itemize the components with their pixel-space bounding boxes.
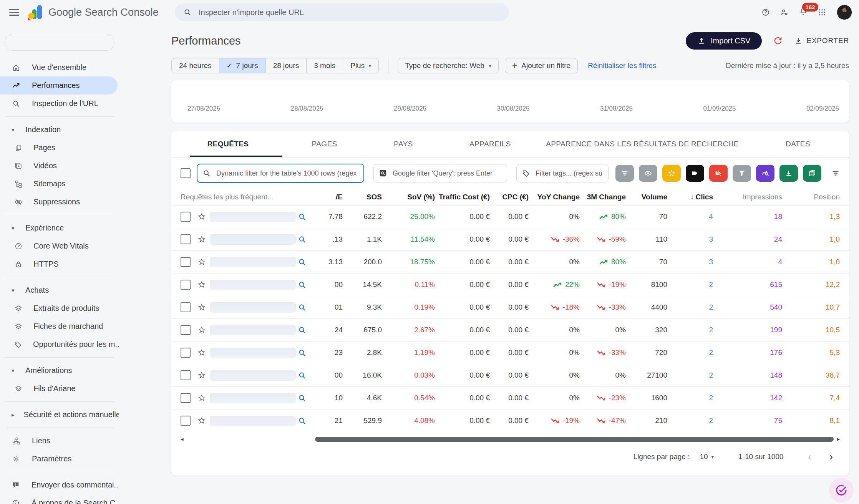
analytics-search-button[interactable] bbox=[756, 165, 774, 182]
inspect-query-icon[interactable] bbox=[298, 280, 307, 289]
favorite-star-icon[interactable] bbox=[194, 280, 210, 289]
table-export-button[interactable] bbox=[803, 165, 821, 182]
column-header-cpc[interactable]: CPC (€) bbox=[490, 193, 529, 201]
column-filter-button[interactable] bbox=[615, 165, 634, 182]
column-header-sos[interactable]: SOS bbox=[343, 193, 382, 201]
sidebar-item-inspection-de-l-url[interactable]: Inspection de l'URL bbox=[0, 94, 119, 113]
scroll-right-icon[interactable]: ▸ bbox=[837, 436, 840, 443]
sidebar-item-parametres[interactable]: Paramètres bbox=[0, 450, 119, 468]
next-page-button[interactable]: › bbox=[829, 451, 833, 463]
sidebar-item-liens[interactable]: Liens bbox=[0, 432, 119, 450]
search-type-chip[interactable]: Type de recherche: Web ▾ bbox=[398, 58, 499, 73]
column-header-tc[interactable]: Traffic Cost (€) bbox=[435, 193, 490, 201]
favorite-star-icon[interactable] bbox=[194, 371, 210, 380]
rows-per-page-select[interactable]: 10 ▾ bbox=[700, 453, 714, 461]
tab-pages[interactable]: PAGES bbox=[285, 131, 364, 157]
dynamic-filter-input[interactable] bbox=[216, 169, 358, 178]
tab-dates[interactable]: DATES bbox=[747, 131, 849, 157]
row-checkbox[interactable] bbox=[181, 393, 191, 403]
range-chip-24-heures[interactable]: 24 heures bbox=[171, 58, 219, 73]
column-header-e[interactable]: /E bbox=[313, 193, 343, 201]
user-settings-icon[interactable] bbox=[780, 8, 789, 17]
sidebar-item-sitemaps[interactable]: Sitemaps bbox=[0, 175, 119, 193]
sidebar-item-https[interactable]: HTTPS bbox=[0, 255, 119, 273]
inspect-query-icon[interactable] bbox=[298, 326, 307, 335]
column-header-volume[interactable]: Volume bbox=[626, 193, 667, 201]
favorite-star-icon[interactable] bbox=[194, 258, 210, 266]
row-checkbox[interactable] bbox=[181, 370, 191, 380]
visibility-button[interactable] bbox=[639, 165, 657, 182]
column-header-sov[interactable]: SoV (%) bbox=[382, 193, 435, 201]
google-filter-input[interactable] bbox=[392, 169, 502, 178]
tab-pays[interactable]: PAYS bbox=[364, 131, 443, 157]
url-inspect-input[interactable] bbox=[198, 8, 505, 17]
favorites-button[interactable] bbox=[662, 165, 681, 182]
tab-apparence-dans-les-resultats-de-recherche[interactable]: APPARENCE DANS LES RÉSULTATS DE RECHERCH… bbox=[538, 131, 747, 157]
inspect-query-icon[interactable] bbox=[298, 416, 307, 425]
funnel-filter-button[interactable] bbox=[733, 165, 751, 182]
refresh-icon[interactable] bbox=[773, 35, 783, 46]
sidebar-item-envoyer-des-commentai[interactable]: Envoyer des commentai... bbox=[0, 476, 119, 494]
sidebar-search-input[interactable] bbox=[5, 34, 114, 51]
export-button[interactable]: EXPORTER bbox=[794, 36, 849, 45]
untag-button[interactable] bbox=[709, 165, 728, 182]
sidebar-item-videos[interactable]: Vidéos bbox=[0, 157, 119, 175]
add-filter-chip[interactable]: + Ajouter un filtre bbox=[505, 58, 578, 73]
inspect-query-icon[interactable] bbox=[298, 235, 307, 244]
inspect-query-icon[interactable] bbox=[298, 348, 307, 357]
column-header-impressions[interactable]: Impressions bbox=[713, 193, 782, 201]
app-logo[interactable]: Google Search Console bbox=[28, 4, 159, 20]
sidebar-item-extraits-de-produits[interactable]: Extraits de produits bbox=[0, 299, 119, 317]
favorite-star-icon[interactable] bbox=[194, 348, 210, 357]
row-checkbox[interactable] bbox=[181, 212, 191, 222]
sidebar-item-a-propos-de-la-search-c[interactable]: À propos de la Search C... bbox=[0, 494, 119, 504]
row-checkbox[interactable] bbox=[181, 416, 191, 426]
column-header-yoy[interactable]: YoY Change bbox=[529, 193, 580, 201]
help-icon[interactable] bbox=[761, 8, 770, 17]
prev-page-button[interactable]: ‹ bbox=[808, 451, 811, 463]
inspect-query-icon[interactable] bbox=[298, 212, 307, 221]
notifications-button[interactable]: 162 bbox=[799, 7, 808, 17]
sidebar-item-fiches-de-marchand[interactable]: Fiches de marchand bbox=[0, 317, 119, 335]
sidebar-item-fils-d-ariane[interactable]: Fils d'Ariane bbox=[0, 380, 119, 398]
tab-requetes[interactable]: REQUÊTES bbox=[171, 131, 285, 157]
sidebar-section-achats[interactable]: ▾Achats bbox=[0, 281, 119, 299]
inspect-query-icon[interactable] bbox=[298, 371, 307, 380]
range-chip-plus[interactable]: Plus▾ bbox=[343, 58, 379, 73]
sidebar-section-experience[interactable]: ▾Expérience bbox=[0, 219, 119, 237]
row-checkbox[interactable] bbox=[181, 348, 191, 358]
row-checkbox[interactable] bbox=[181, 234, 191, 244]
scroll-left-icon[interactable]: ◂ bbox=[181, 436, 184, 443]
row-checkbox[interactable] bbox=[181, 280, 191, 290]
url-inspect-searchbar[interactable] bbox=[175, 3, 509, 21]
sidebar-item-suppressions[interactable]: Suppressions bbox=[0, 193, 119, 211]
inspect-query-icon[interactable] bbox=[298, 258, 307, 267]
import-csv-button[interactable]: Import CSV bbox=[686, 32, 762, 50]
favorite-star-icon[interactable] bbox=[194, 303, 210, 312]
apps-grid-icon[interactable] bbox=[818, 8, 826, 17]
column-header-query[interactable]: Requêtes les plus fréquent... bbox=[181, 193, 313, 201]
download-button[interactable] bbox=[779, 165, 798, 182]
tag-button[interactable] bbox=[686, 165, 704, 182]
favorite-star-icon[interactable] bbox=[194, 394, 210, 402]
row-checkbox[interactable] bbox=[181, 302, 191, 312]
sidebar-section-indexation[interactable]: ▾Indexation bbox=[0, 121, 119, 139]
favorite-star-icon[interactable] bbox=[194, 326, 210, 334]
select-all-checkbox[interactable] bbox=[181, 168, 191, 178]
inspect-query-icon[interactable] bbox=[298, 394, 307, 403]
avatar[interactable] bbox=[837, 5, 852, 20]
scrollbar-thumb[interactable] bbox=[315, 437, 834, 442]
column-header-m3[interactable]: 3M Change bbox=[580, 193, 626, 201]
column-settings-icon[interactable] bbox=[831, 169, 840, 177]
favorite-star-icon[interactable] bbox=[194, 212, 210, 221]
column-header-position[interactable]: Position bbox=[782, 193, 840, 201]
sidebar-item-opportunites-pour-les-m[interactable]: Opportunités pour les m... bbox=[0, 335, 119, 353]
tags-filter-input[interactable] bbox=[535, 169, 603, 178]
range-chip-7-jours[interactable]: ✓7 jours bbox=[219, 58, 266, 73]
range-chip-28-jours[interactable]: 28 jours bbox=[266, 58, 307, 73]
sidebar-item-performances[interactable]: Performances bbox=[0, 76, 118, 94]
column-header-clics[interactable]: ↓Clics bbox=[667, 193, 713, 201]
sidebar-item-pages[interactable]: Pages bbox=[0, 139, 119, 157]
sidebar-item-vue-d-ensemble[interactable]: Vue d'ensemble bbox=[0, 58, 119, 76]
row-checkbox[interactable] bbox=[181, 257, 191, 267]
